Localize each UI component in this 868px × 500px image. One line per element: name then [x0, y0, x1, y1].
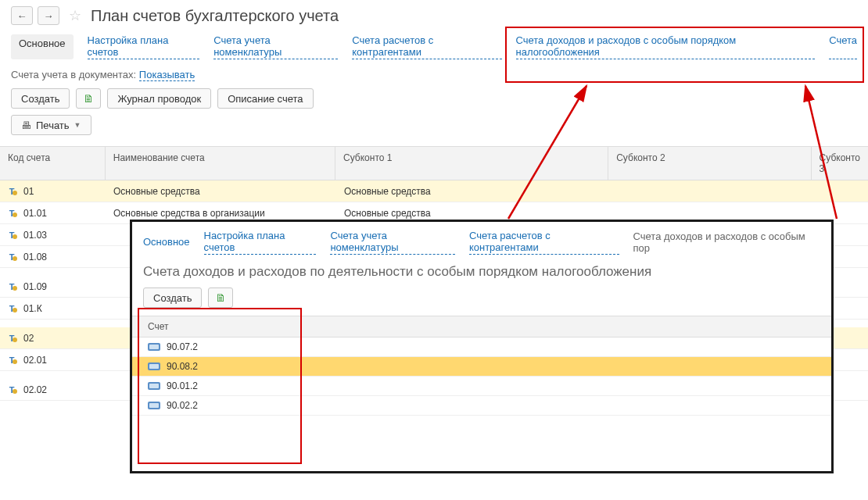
ptab-current[interactable]: Счета доходов и расходов с особым пор [633, 230, 820, 254]
panel-heading: Счета доходов и расходов по деятельности… [132, 261, 831, 288]
list-value: 90.02.2 [167, 400, 198, 411]
account-card-icon [148, 382, 160, 390]
tab-special-tax-accounts[interactable]: Счета доходов и расходов с особым порядк… [516, 34, 816, 59]
doc-icon: 🗎 [83, 92, 94, 105]
panel-doc-button[interactable]: 🗎 [208, 288, 233, 308]
table-row[interactable]: T01Основные средстваОсновные средства [0, 180, 868, 202]
table-header: Код счета Наименование счета Субконто 1 … [0, 147, 868, 180]
favorite-star-icon[interactable]: ☆ [69, 7, 81, 24]
tab-main[interactable]: Основное [11, 34, 74, 59]
cell-code: 01.09 [23, 281, 47, 292]
panel-list-header[interactable]: Счет [132, 316, 831, 338]
list-value: 90.07.2 [167, 341, 198, 352]
tab-bar: Основное Настройка плана счетов Счета уч… [0, 30, 868, 67]
subline: Счета учета в документах: Показывать [0, 67, 868, 88]
cell-code: 01 [23, 186, 34, 197]
desc-button[interactable]: Описание счета [217, 88, 313, 109]
back-button[interactable]: ← [11, 6, 33, 25]
subline-label: Счета учета в документах: [11, 69, 136, 80]
panel-tabs: Основное Настройка плана счетов Счета уч… [132, 222, 831, 261]
cell-name: Основные средства [106, 182, 336, 201]
subline-link[interactable]: Показывать [139, 69, 195, 81]
cell-code: 01.К [23, 303, 42, 314]
print-button[interactable]: 🖶 Печать ▼ [11, 115, 91, 135]
account-icon: T [8, 303, 19, 314]
refresh-doc-button[interactable]: 🗎 [76, 88, 101, 109]
list-item[interactable]: 90.01.2 [132, 377, 831, 396]
ptab-nomenclature[interactable]: Счета учета номенклатуры [330, 230, 454, 255]
panel-create-button[interactable]: Создать [143, 288, 202, 308]
cell-code: 02 [23, 333, 34, 344]
list-item[interactable]: 90.07.2 [132, 338, 831, 357]
account-icon: T [8, 252, 19, 262]
special-accounts-panel: Основное Настройка плана счетов Счета уч… [130, 220, 834, 473]
th-sk1[interactable]: Субконто 1 [335, 147, 608, 180]
account-icon: T [8, 281, 19, 292]
tab-plan-settings[interactable]: Настройка плана счетов [88, 34, 200, 59]
list-item[interactable]: 90.08.2 [132, 357, 831, 377]
account-icon: T [8, 186, 19, 197]
tab-accounts[interactable]: Счета [829, 34, 857, 59]
caret-down-icon: ▼ [74, 121, 81, 129]
cell-code: 02.02 [23, 384, 47, 395]
toolbar: Создать 🗎 Журнал проводок Описание счета [0, 88, 868, 115]
cell-code: 01.08 [23, 252, 47, 262]
account-icon: T [8, 230, 19, 241]
list-value: 90.08.2 [167, 361, 198, 372]
cell-code: 02.01 [23, 355, 47, 366]
th-code[interactable]: Код счета [0, 147, 106, 180]
print-icon: 🖶 [21, 120, 31, 131]
th-sk3[interactable]: Субконто 3 [812, 147, 868, 180]
cell-code: 01.03 [23, 230, 47, 241]
create-button[interactable]: Создать [11, 88, 70, 109]
ptab-main[interactable]: Основное [143, 236, 190, 248]
page-title: План счетов бухгалтерского учета [91, 7, 339, 25]
th-name[interactable]: Наименование счета [106, 147, 335, 180]
ptab-counterparty[interactable]: Счета расчетов с контрагентами [469, 230, 619, 255]
account-icon: T [8, 384, 19, 395]
panel-toolbar: Создать 🗎 [132, 288, 831, 316]
account-icon: T [8, 208, 19, 219]
tab-nomenclature-accounts[interactable]: Счета учета номенклатуры [213, 34, 338, 59]
list-value: 90.01.2 [167, 380, 198, 391]
print-label: Печать [36, 120, 70, 131]
tab-counterparty-accounts[interactable]: Счета расчетов с контрагентами [352, 34, 501, 59]
account-icon: T [8, 333, 19, 344]
list-item[interactable]: 90.02.2 [132, 396, 831, 416]
doc-icon: 🗎 [215, 291, 226, 304]
ptab-plan-settings[interactable]: Настройка плана счетов [204, 230, 317, 255]
cell-code: 01.01 [23, 208, 47, 219]
forward-button[interactable]: → [38, 6, 59, 25]
th-sk2[interactable]: Субконто 2 [608, 147, 811, 180]
account-card-icon [148, 402, 160, 409]
journal-button[interactable]: Журнал проводок [107, 88, 211, 109]
account-card-icon [148, 343, 160, 351]
cell-sk1: Основные средства [336, 182, 610, 201]
account-card-icon [148, 362, 160, 370]
account-icon: T [8, 355, 19, 366]
